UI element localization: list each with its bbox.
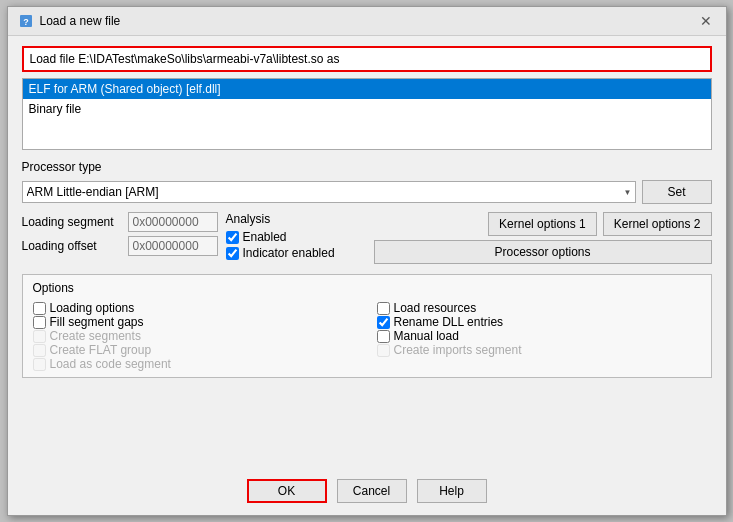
close-button[interactable]: ✕ [696,14,716,28]
processor-select-wrapper: ARM Little-endian [ARM] [22,181,636,203]
load-code-label: Load as code segment [50,357,171,371]
rename-dll-row: Rename DLL entries [377,315,701,329]
analysis-col: Analysis Enabled Indicator enabled [226,212,366,260]
title-bar: ? Load a new file ✕ [8,7,726,36]
fill-segment-label: Fill segment gaps [50,315,144,329]
svg-text:?: ? [23,17,29,27]
create-segments-checkbox[interactable] [33,330,46,343]
analysis-title: Analysis [226,212,366,226]
kernel-options-1-button[interactable]: Kernel options 1 [488,212,597,236]
loading-segment-label: Loading segment [22,215,122,229]
load-resources-label: Load resources [394,301,477,315]
options-grid: Loading options Fill segment gaps Create… [33,301,701,371]
enabled-row: Enabled [226,230,366,244]
options-right: Load resources Rename DLL entries Manual… [377,301,701,371]
help-button[interactable]: Help [417,479,487,503]
create-imports-row: Create imports segment [377,343,701,357]
manual-load-label: Manual load [394,329,459,343]
processor-options-button[interactable]: Processor options [374,240,712,264]
processor-row: ARM Little-endian [ARM] Set [22,180,712,204]
cancel-button[interactable]: Cancel [337,479,407,503]
file-type-list[interactable]: ELF for ARM (Shared object) [elf.dll] Bi… [22,78,712,150]
create-flat-label: Create FLAT group [50,343,152,357]
create-segments-label: Create segments [50,329,141,343]
dialog-icon: ? [18,13,34,29]
middle-row: Loading segment Loading offset Analysis … [22,212,712,264]
fill-segment-checkbox[interactable] [33,316,46,329]
load-resources-checkbox[interactable] [377,302,390,315]
options-title: Options [33,281,701,295]
processor-type-label: Processor type [22,160,712,174]
create-segments-row: Create segments [33,329,357,343]
loading-options-label: Loading options [50,301,135,315]
ok-button[interactable]: OK [247,479,327,503]
processor-select[interactable]: ARM Little-endian [ARM] [22,181,636,203]
loading-segment-input[interactable] [128,212,218,232]
manual-load-checkbox[interactable] [377,330,390,343]
enabled-label: Enabled [243,230,287,244]
loading-offset-row: Loading offset [22,236,218,256]
kernel-options-2-button[interactable]: Kernel options 2 [603,212,712,236]
options-left: Loading options Fill segment gaps Create… [33,301,357,371]
fill-segment-row: Fill segment gaps [33,315,357,329]
enabled-checkbox[interactable] [226,231,239,244]
rename-dll-label: Rename DLL entries [394,315,504,329]
file-path-box: Load file E:\IDATest\makeSo\libs\armeabi… [22,46,712,72]
indicator-row: Indicator enabled [226,246,366,260]
set-button[interactable]: Set [642,180,712,204]
create-imports-checkbox[interactable] [377,344,390,357]
loading-offset-input[interactable] [128,236,218,256]
indicator-checkbox[interactable] [226,247,239,260]
file-list-item-elf[interactable]: ELF for ARM (Shared object) [elf.dll] [23,79,711,99]
indicator-label: Indicator enabled [243,246,335,260]
options-section: Options Loading options Fill segment gap… [22,274,712,378]
loading-options-checkbox[interactable] [33,302,46,315]
create-flat-row: Create FLAT group [33,343,357,357]
dialog-footer: OK Cancel Help [8,471,726,515]
loading-offset-label: Loading offset [22,239,122,253]
manual-load-row: Manual load [377,329,701,343]
load-code-row: Load as code segment [33,357,357,371]
create-imports-label: Create imports segment [394,343,522,357]
load-new-file-dialog: ? Load a new file ✕ Load file E:\IDATest… [7,6,727,516]
dialog-body: Load file E:\IDATest\makeSo\libs\armeabi… [8,36,726,471]
load-code-checkbox[interactable] [33,358,46,371]
file-list-item-binary[interactable]: Binary file [23,99,711,119]
load-resources-row: Load resources [377,301,701,315]
loading-options-row: Loading options [33,301,357,315]
dialog-title: Load a new file [40,14,121,28]
loading-col: Loading segment Loading offset [22,212,218,256]
create-flat-checkbox[interactable] [33,344,46,357]
loading-segment-row: Loading segment [22,212,218,232]
rename-dll-checkbox[interactable] [377,316,390,329]
kernel-row: Kernel options 1 Kernel options 2 [488,212,711,236]
right-col: Kernel options 1 Kernel options 2 Proces… [374,212,712,264]
